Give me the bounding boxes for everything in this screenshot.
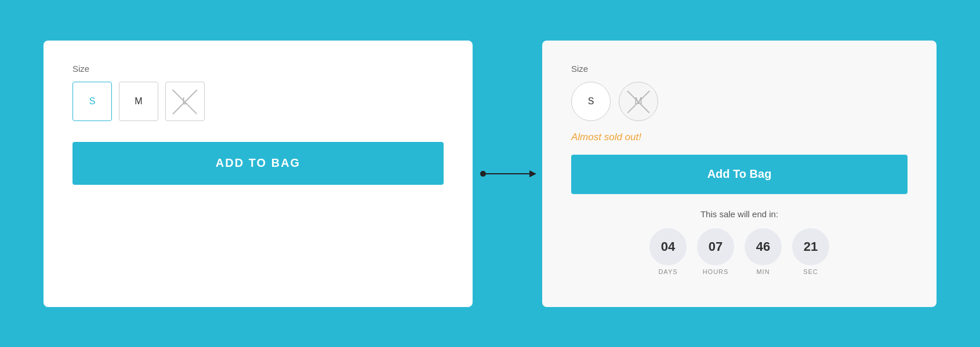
countdown-sec: 21 SEC — [792, 228, 829, 275]
countdown-days-value: 04 — [649, 228, 687, 265]
card-right: Size S M Almost sold out! Add To Bag Thi… — [542, 41, 937, 307]
size-btn-m-right[interactable]: M — [619, 82, 658, 121]
arrow-icon — [478, 167, 536, 181]
card-left: Size S M L ADD TO BAG — [43, 41, 473, 307]
size-options-right: S M — [571, 82, 908, 121]
svg-marker-2 — [529, 170, 536, 177]
size-btn-s-right[interactable]: S — [571, 82, 611, 121]
countdown: 04 DAYS 07 HOURS 46 MIN 21 SEC — [571, 228, 908, 275]
size-label-right: Size — [571, 64, 908, 74]
size-options-left: S M L — [72, 82, 444, 121]
almost-sold-out-label: Almost sold out! — [571, 132, 908, 143]
size-label-left: Size — [72, 64, 444, 74]
size-btn-l-left[interactable]: L — [165, 82, 205, 121]
countdown-min: 46 MIN — [745, 228, 782, 275]
add-to-bag-button-left[interactable]: ADD TO BAG — [72, 142, 444, 185]
add-to-bag-button-right[interactable]: Add To Bag — [571, 155, 908, 194]
main-container: Size S M L ADD TO BAG Size S M Almost so… — [0, 0, 980, 347]
countdown-min-unit: MIN — [756, 268, 770, 275]
size-btn-s-left[interactable]: S — [72, 82, 112, 121]
sale-ends-label: This sale will end in: — [571, 209, 908, 219]
countdown-sec-unit: SEC — [803, 268, 818, 275]
countdown-hours-value: 07 — [697, 228, 734, 265]
countdown-hours: 07 HOURS — [697, 228, 734, 275]
countdown-days: 04 DAYS — [649, 228, 687, 275]
countdown-days-unit: DAYS — [658, 268, 677, 275]
countdown-hours-unit: HOURS — [703, 268, 729, 275]
countdown-sec-value: 21 — [792, 228, 829, 265]
arrow-section — [473, 167, 542, 181]
countdown-min-value: 46 — [745, 228, 782, 265]
size-btn-m-left[interactable]: M — [119, 82, 158, 121]
